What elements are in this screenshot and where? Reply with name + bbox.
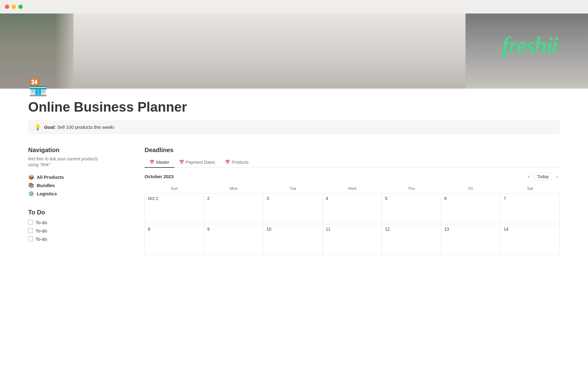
- hero-banner: freshii: [0, 13, 588, 89]
- todo-checkbox-2[interactable]: [28, 228, 33, 233]
- deadlines-title: Deadlines: [145, 147, 560, 154]
- day-number-oct13: 13: [444, 227, 497, 232]
- calendar-cell-oct1[interactable]: Oct 1: [145, 193, 204, 224]
- tab-products[interactable]: 📅 Products: [220, 157, 254, 168]
- todo-label-1: To-do: [36, 220, 47, 225]
- day-number-oct2: 2: [207, 196, 260, 201]
- bundles-label: Bundles: [37, 183, 55, 188]
- two-col-layout: Navigation feel free to link your curren…: [28, 147, 560, 255]
- calendar-cell-oct6[interactable]: 6: [441, 193, 500, 224]
- day-number-oct1: Oct 1: [148, 196, 201, 201]
- hero-left-building: [0, 13, 74, 89]
- calendar-today-button[interactable]: Today: [534, 173, 552, 181]
- calendar-cell-oct7[interactable]: 7: [500, 193, 560, 224]
- day-number-oct5: 5: [385, 196, 438, 201]
- todo-label-2: To-do: [36, 228, 47, 233]
- navigation-title: Navigation: [28, 147, 126, 154]
- close-button[interactable]: [5, 5, 9, 9]
- payment-dates-tab-icon: 📅: [179, 160, 184, 164]
- calendar-grid: Sun Mon Tue Wed Thu Fri Sat Oct 1: [145, 184, 560, 255]
- left-column: Navigation feel free to link your curren…: [28, 147, 126, 243]
- todo-list: To-do To-do To-do: [28, 218, 126, 243]
- deadlines-tabs: 📅 Master 📅 Payment Dates 📅 Products: [145, 157, 560, 168]
- page-title: Online Business Planner: [28, 99, 560, 115]
- day-number-oct11: 11: [326, 227, 379, 232]
- day-number-oct4: 4: [326, 196, 379, 201]
- calendar-cell-oct10[interactable]: 10: [263, 224, 323, 255]
- calendar-cell-oct3[interactable]: 3: [263, 193, 323, 224]
- day-header-fri: Fri: [441, 184, 500, 194]
- nav-link-logistics[interactable]: ⚙️ Logistics: [28, 190, 126, 198]
- day-number-oct14: 14: [503, 227, 556, 232]
- nav-link-bundles[interactable]: 📚 Bundles: [28, 181, 126, 190]
- calendar-cell-oct2[interactable]: 2: [204, 193, 263, 224]
- navigation-links: 📦 All Products 📚 Bundles ⚙️ Logistics: [28, 173, 126, 198]
- calendar-cell-oct13[interactable]: 13: [441, 224, 500, 255]
- day-number-oct8: 8: [148, 227, 201, 232]
- hero-overlay: [0, 13, 588, 89]
- goal-text: Goal: Sell 100 products this week!: [44, 125, 114, 130]
- calendar-prev-button[interactable]: ‹: [526, 173, 531, 181]
- page-icon: 🏪: [28, 79, 48, 96]
- day-header-thu: Thu: [382, 184, 441, 194]
- maximize-button[interactable]: [18, 5, 23, 9]
- day-header-sat: Sat: [500, 184, 560, 194]
- day-number-oct12: 12: [385, 227, 438, 232]
- logistics-label: Logistics: [37, 191, 57, 196]
- calendar-next-button[interactable]: ›: [555, 173, 560, 181]
- day-number-oct6: 6: [444, 196, 497, 201]
- master-tab-icon: 📅: [149, 160, 154, 164]
- day-header-sun: Sun: [145, 184, 204, 194]
- page-icon-wrapper: 🏪: [28, 79, 588, 95]
- calendar-month: October 2023: [145, 174, 174, 179]
- freshii-logo: freshii: [502, 32, 557, 59]
- calendar-day-headers: Sun Mon Tue Wed Thu Fri Sat: [145, 184, 560, 194]
- calendar-week-1: Oct 1 2 3 4 5: [145, 193, 560, 224]
- calendar-cell-oct14[interactable]: 14: [500, 224, 560, 255]
- master-tab-label: Master: [156, 160, 169, 165]
- goal-lightbulb-icon: 💡: [34, 124, 41, 131]
- logistics-icon: ⚙️: [28, 191, 34, 197]
- calendar-navigation: ‹ Today ›: [526, 173, 560, 181]
- todo-item-2: To-do: [28, 227, 126, 235]
- day-number-oct7: 7: [503, 196, 556, 201]
- right-column: Deadlines 📅 Master 📅 Payment Dates 📅 Pro…: [145, 147, 560, 255]
- payment-dates-tab-label: Payment Dates: [186, 160, 215, 165]
- calendar-cell-oct8[interactable]: 8: [145, 224, 204, 255]
- day-number-oct10: 10: [266, 227, 319, 232]
- day-header-wed: Wed: [322, 184, 382, 194]
- titlebar: [0, 0, 588, 13]
- calendar-cell-oct4[interactable]: 4: [322, 193, 382, 224]
- minimize-button[interactable]: [12, 5, 16, 9]
- calendar-cell-oct12[interactable]: 12: [382, 224, 441, 255]
- calendar-header: October 2023 ‹ Today ›: [145, 173, 560, 181]
- todo-item-1: To-do: [28, 218, 126, 227]
- products-tab-icon: 📅: [225, 160, 230, 164]
- nav-link-all-products[interactable]: 📦 All Products: [28, 173, 126, 181]
- day-header-mon: Mon: [204, 184, 263, 194]
- navigation-subtitle: feel free to link your current products …: [28, 156, 126, 168]
- tab-master[interactable]: 📅 Master: [145, 157, 174, 168]
- calendar-cell-oct5[interactable]: 5: [382, 193, 441, 224]
- day-number-oct3: 3: [266, 196, 319, 201]
- goal-banner: 💡 Goal: Sell 100 products this week!: [28, 120, 560, 134]
- hero-mid: [74, 13, 466, 89]
- todo-checkbox-1[interactable]: [28, 220, 33, 225]
- calendar-cell-oct9[interactable]: 9: [204, 224, 263, 255]
- calendar-week-2: 8 9 10 11 12: [145, 224, 560, 255]
- todo-checkbox-3[interactable]: [28, 236, 33, 241]
- day-header-tue: Tue: [263, 184, 323, 194]
- bundles-icon: 📚: [28, 182, 34, 188]
- day-number-oct9: 9: [207, 227, 260, 232]
- tab-payment-dates[interactable]: 📅 Payment Dates: [174, 157, 220, 168]
- all-products-label: All Products: [37, 174, 64, 180]
- todo-title: To Do: [28, 209, 126, 216]
- products-tab-label: Products: [232, 160, 249, 165]
- todo-label-3: To-do: [36, 236, 47, 242]
- todo-item-3: To-do: [28, 235, 126, 243]
- main-content: Online Business Planner 💡 Goal: Sell 100…: [0, 99, 588, 273]
- calendar-cell-oct11[interactable]: 11: [322, 224, 382, 255]
- all-products-icon: 📦: [28, 174, 34, 180]
